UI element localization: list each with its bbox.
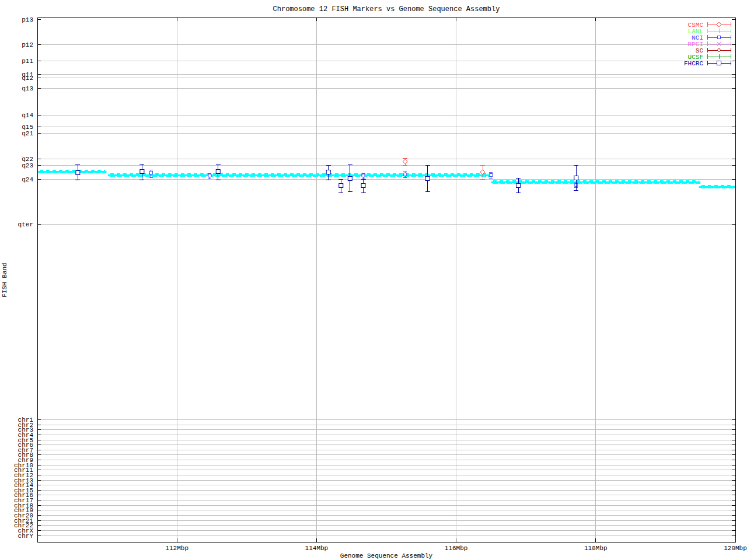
chromosome-tick-label: chrY xyxy=(18,533,34,540)
legend-sample-marker xyxy=(718,36,721,39)
plot-area: 112Mbp114Mbp116Mbp118Mbp120Mbpp13p12p11q… xyxy=(0,0,747,560)
x-tick-label: 112Mbp xyxy=(165,545,189,552)
x-tick-label: 118Mbp xyxy=(584,545,608,552)
data-point-csmc xyxy=(403,159,407,164)
y-tick-label: p13 xyxy=(22,16,33,23)
y-tick-label: q12 xyxy=(22,75,33,82)
data-point-fhcrc xyxy=(574,176,578,180)
data-point-fhcrc xyxy=(326,170,330,174)
y-tick-label: q24 xyxy=(22,176,33,183)
x-tick-label: 120Mbp xyxy=(724,545,747,552)
legend-sample-marker xyxy=(717,48,721,52)
data-point-nci xyxy=(404,173,407,176)
legend-sample-marker xyxy=(717,61,721,65)
y-tick-label: q23 xyxy=(22,162,33,169)
legend-sample-marker xyxy=(717,22,721,27)
y-tick-label: p11 xyxy=(22,58,33,65)
data-point-fhcrc xyxy=(216,170,220,174)
legend-label-fhcrc: FHCRC xyxy=(684,60,703,67)
data-point-fhcrc xyxy=(425,177,430,181)
data-point-nci xyxy=(490,174,493,177)
y-tick-label: q13 xyxy=(22,85,33,92)
data-point-fhcrc xyxy=(516,184,521,188)
chart-canvas: Chromosome 12 FISH Markers vs Genome Seq… xyxy=(0,0,747,560)
y-tick-label: p12 xyxy=(22,41,33,48)
assembly-segment xyxy=(37,171,106,173)
plot-border xyxy=(37,18,735,542)
data-point-nci xyxy=(362,174,365,177)
data-point-fhcrc xyxy=(339,184,343,188)
x-tick-label: 116Mbp xyxy=(445,545,468,552)
assembly-segment xyxy=(491,181,700,184)
y-tick-label: q14 xyxy=(22,112,33,119)
data-point-nci xyxy=(208,174,211,177)
y-tick-label: qter xyxy=(18,221,33,228)
data-point-nci xyxy=(149,172,152,174)
data-point-fhcrc xyxy=(76,171,80,175)
data-point-fhcrc xyxy=(361,184,365,188)
data-point-fhcrc xyxy=(140,170,144,174)
data-point-fhcrc xyxy=(348,177,352,181)
y-tick-label: q21 xyxy=(22,130,33,137)
assembly-segment xyxy=(699,186,735,188)
x-tick-label: 114Mbp xyxy=(305,545,329,552)
